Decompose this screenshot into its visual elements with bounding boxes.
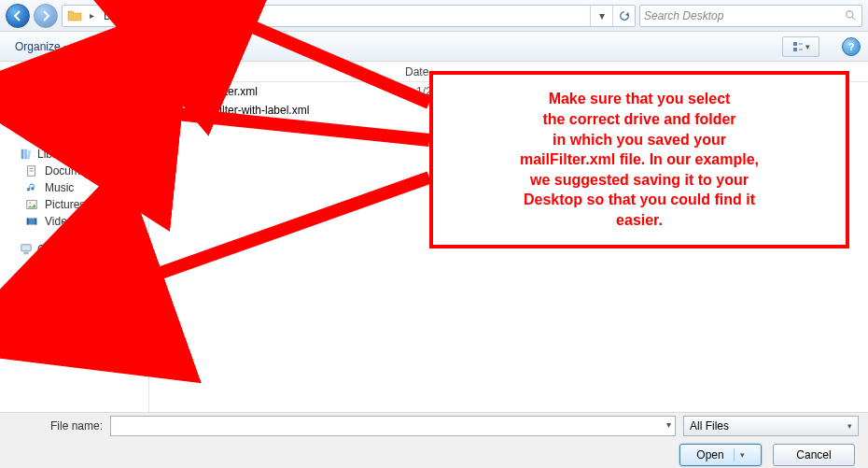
network-icon: [19, 304, 34, 319]
documents-icon: [24, 163, 39, 178]
svg-rect-9: [24, 149, 27, 160]
search-icon: [845, 9, 858, 22]
sidebar-label: Computer: [37, 243, 87, 256]
svg-point-0: [847, 10, 853, 17]
sidebar-item-recent-places[interactable]: Recent Places: [2, 118, 147, 135]
bottom-bar: File name: All Files ▾ Open ▾ Cancel: [0, 412, 868, 468]
address-bar: ▸ Desktop ▸ ▾ Search Desktop: [0, 0, 868, 32]
sidebar-item-pictures[interactable]: Pictures: [2, 196, 147, 213]
svg-rect-3: [793, 48, 797, 51]
svg-rect-20: [23, 252, 28, 255]
svg-rect-7: [29, 96, 34, 98]
cancel-button[interactable]: Cancel: [773, 444, 855, 466]
column-name[interactable]: Name: [172, 65, 405, 78]
svg-rect-6: [26, 88, 37, 95]
toolbar: Organize ▾ New folder ▾ ?: [0, 32, 868, 62]
nav-forward-button[interactable]: [34, 4, 58, 28]
open-button[interactable]: Open ▾: [679, 444, 762, 466]
svg-rect-17: [27, 219, 29, 225]
sidebar-head-network[interactable]: Network: [2, 303, 147, 319]
file-name-input[interactable]: [110, 416, 676, 436]
chevron-right-icon[interactable]: ▸: [86, 10, 98, 21]
download-icon: [24, 102, 39, 117]
sidebar-label: Favorites: [37, 69, 83, 82]
svg-point-24: [35, 282, 36, 284]
arrow-right-icon: [40, 10, 51, 21]
svg-rect-19: [21, 245, 32, 251]
sidebar-item-videos[interactable]: Videos: [2, 213, 147, 230]
breadcrumb-item-desktop[interactable]: Desktop: [98, 6, 150, 26]
svg-rect-18: [35, 219, 37, 225]
svg-rect-27: [23, 312, 28, 316]
sidebar-item-desktop[interactable]: Desktop: [2, 84, 147, 101]
view-icon: [792, 41, 804, 52]
xml-file-icon: </>: [172, 103, 187, 118]
file-name-label-text: File name:: [9, 419, 103, 433]
breadcrumb[interactable]: ▸ Desktop ▸ ▾: [62, 5, 636, 27]
chevron-down-icon: ▾: [847, 421, 852, 431]
sidebar-group-computer: Computer Local Disk (C:) Local Disk (K:): [2, 241, 147, 291]
sidebar-label: Network: [37, 305, 78, 318]
refresh-icon: [619, 10, 630, 21]
sidebar-item-disk-c[interactable]: Local Disk (C:): [2, 258, 147, 275]
drive-icon: [24, 259, 39, 274]
breadcrumb-dropdown-button[interactable]: ▾: [590, 6, 612, 26]
videos-icon: [24, 214, 39, 229]
annotation-text: Make sure that you select the correct dr…: [520, 89, 759, 230]
nav-back-button[interactable]: [6, 4, 30, 28]
computer-icon: [19, 242, 34, 257]
sidebar-head-favorites[interactable]: Favorites: [2, 67, 147, 84]
sidebar-item-music[interactable]: Music: [2, 179, 147, 196]
file-type-filter[interactable]: All Files ▾: [683, 416, 859, 436]
recent-icon: [24, 119, 39, 134]
svg-rect-26: [27, 306, 31, 310]
folder-icon: [65, 7, 84, 25]
drive-icon: [24, 276, 39, 291]
svg-text:</>: </>: [175, 106, 184, 112]
search-input[interactable]: Search Desktop: [639, 5, 862, 27]
file-name-label: mailFilter-with-label.xml: [192, 104, 416, 117]
sidebar-group-libraries: Libraries Documents Music Pictures Video…: [2, 146, 147, 230]
arrow-left-icon: [12, 10, 23, 21]
svg-rect-25: [21, 306, 25, 310]
chevron-right-icon[interactable]: ▸: [150, 10, 162, 21]
star-icon: [19, 68, 34, 83]
sidebar-label: Libraries: [37, 148, 80, 161]
sidebar-item-documents[interactable]: Documents: [2, 163, 147, 179]
xml-file-icon: </>: [172, 84, 187, 99]
svg-rect-8: [21, 149, 24, 160]
music-icon: [24, 180, 39, 195]
organize-button[interactable]: Organize ▾: [7, 38, 76, 55]
help-button[interactable]: ?: [842, 37, 861, 56]
sidebar-head-libraries[interactable]: Libraries: [2, 146, 147, 163]
sidebar-item-disk-k[interactable]: Local Disk (K:): [2, 275, 147, 291]
pictures-icon: [24, 197, 39, 212]
refresh-button[interactable]: [612, 6, 635, 26]
chevron-down-icon: ▾: [735, 450, 745, 460]
annotation-callout: Make sure that you select the correct dr…: [429, 71, 849, 248]
nav-sidebar: Favorites Desktop Downloads Recent Place…: [0, 62, 149, 412]
view-options-button[interactable]: ▾: [782, 36, 819, 57]
svg-line-1: [852, 16, 856, 20]
desktop-icon: [24, 85, 39, 100]
svg-point-22: [35, 265, 36, 267]
sidebar-head-computer[interactable]: Computer: [2, 241, 147, 258]
sidebar-item-downloads[interactable]: Downloads: [2, 101, 147, 118]
search-placeholder: Search Desktop: [644, 9, 723, 22]
svg-rect-10: [27, 150, 31, 160]
svg-point-15: [29, 202, 31, 204]
svg-rect-2: [793, 42, 797, 46]
svg-text:</>: </>: [175, 88, 184, 93]
new-folder-button[interactable]: New folder: [98, 38, 166, 55]
sidebar-group-network: Network: [2, 303, 147, 319]
sidebar-group-favorites: Favorites Desktop Downloads Recent Place…: [2, 67, 147, 135]
libraries-icon: [19, 147, 34, 162]
file-name-label: mailFilter.xml: [192, 85, 416, 98]
